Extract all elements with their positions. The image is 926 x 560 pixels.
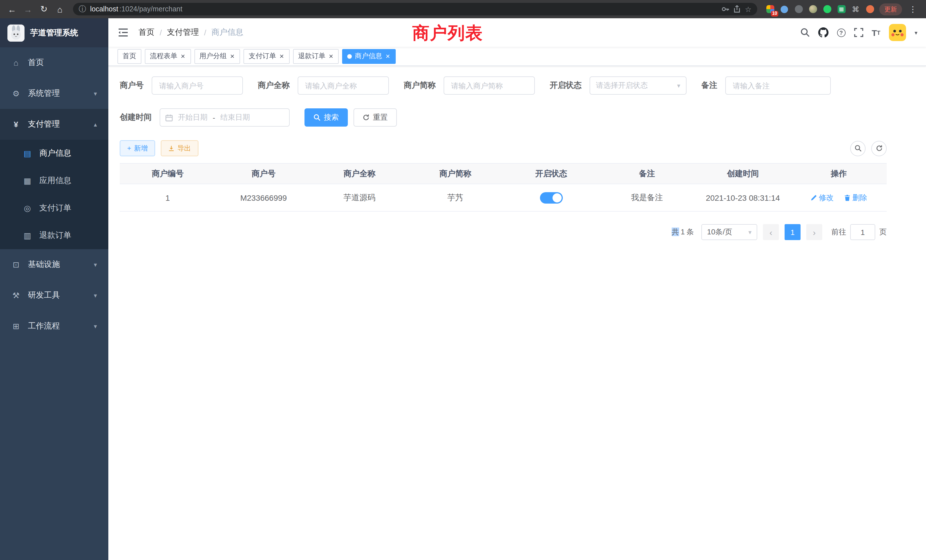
sidebar-item-home[interactable]: ⌂ 首页 [0,47,108,78]
col-create-time: 创建时间 [695,163,791,184]
merchant-no-input[interactable] [152,76,243,95]
next-page-button[interactable]: › [806,224,822,240]
browser-forward-icon[interactable]: → [21,2,35,17]
font-size-icon[interactable]: TT [872,28,881,37]
tab-label: 流程表单 [150,51,177,61]
extension-green-circle-icon[interactable] [822,4,832,14]
total-count: 1 [681,227,685,236]
sidebar-item-devtools[interactable]: ⚒ 研发工具 ▾ [0,280,108,311]
export-button[interactable]: 导出 [161,140,198,156]
address-bar[interactable]: ⓘ localhost:1024/pay/merchant ☆ [73,3,757,15]
breadcrumb-home[interactable]: 首页 [139,27,154,38]
site-info-icon[interactable]: ⓘ [79,4,86,14]
sidebar-item-system[interactable]: ⚙ 系统管理 ▾ [0,78,108,109]
sidebar-item-label: 研发工具 [28,290,60,301]
tab-user-group[interactable]: 用户分组 × [194,49,240,64]
page-size-select[interactable]: 10条/页 ▾ [701,224,757,240]
bookmark-star-icon[interactable]: ☆ [745,5,752,14]
sidebar-item-workflow[interactable]: ⊞ 工作流程 ▾ [0,311,108,342]
status-select[interactable]: 请选择开启状态 ▾ [590,76,687,95]
breadcrumb-separator: / [160,28,162,37]
date-range-picker[interactable]: 开始日期 - 结束日期 [160,108,290,127]
navbar-actions: ? TT ▾ [800,24,917,41]
edit-link[interactable]: 修改 [810,192,834,203]
avatar-dropdown-icon[interactable]: ▾ [915,29,917,36]
tab-home[interactable]: 首页 [118,49,141,64]
breadcrumb: 首页 / 支付管理 / 商户信息 [139,27,244,38]
hamburger-icon[interactable] [117,26,129,39]
tab-pay-order[interactable]: 支付订单 × [244,49,289,64]
extension-colorful-icon[interactable]: 10 [765,4,775,14]
extension-knot-icon[interactable]: ⌘ [851,4,861,14]
delete-link[interactable]: 删除 [844,192,867,203]
browser-refresh-icon[interactable]: ↻ [36,2,51,17]
cell-merchant-no: M233666999 [216,184,311,211]
sidebar-item-app-info[interactable]: ▦ 应用信息 [0,167,108,194]
extension-orange-icon[interactable] [865,4,875,14]
browser-chrome: ← → ↻ ⌂ ⓘ localhost:1024/pay/merchant ☆ … [0,0,926,18]
total-unit: 条 [687,227,694,236]
sidebar-item-pay-order[interactable]: ◎ 支付订单 [0,194,108,222]
chevron-down-icon: ▾ [748,229,752,236]
fullscreen-icon[interactable] [854,28,863,37]
password-key-icon[interactable] [722,5,729,13]
cell-remark: 我是备注 [599,184,695,211]
share-icon[interactable] [734,5,741,13]
filter-row-2: 创建时间 开始日期 - 结束日期 搜索 [120,108,915,127]
status-toggle[interactable] [540,192,563,203]
user-avatar[interactable] [889,24,906,41]
page-title-annotation: 商户列表 [412,22,483,45]
extension-green-square-icon[interactable]: ▦ [837,4,846,14]
sidebar-item-merchant-info[interactable]: ▤ 商户信息 [0,140,108,167]
select-placeholder: 请选择开启状态 [596,80,648,91]
goto-page-input[interactable] [850,224,875,240]
pagination-total: 共1条 [672,227,696,237]
close-icon[interactable]: × [328,53,334,60]
tab-process-form[interactable]: 流程表单 × [145,49,191,64]
browser-back-icon[interactable]: ← [5,2,20,17]
col-merchant-id: 商户编号 [120,163,216,184]
sidebar-item-payment[interactable]: ¥ 支付管理 ▴ [0,109,108,140]
active-dot [348,54,352,59]
full-name-input[interactable] [298,76,389,95]
close-icon[interactable]: × [279,53,284,60]
date-separator: - [213,113,215,122]
github-icon[interactable] [818,27,828,38]
add-button[interactable]: + 新增 [120,140,155,156]
grid-icon: ▦ [837,5,845,13]
filter-status: 开启状态 请选择开启状态 ▾ [550,76,687,95]
browser-menu-icon[interactable]: ⋮ [906,5,919,14]
short-name-input[interactable] [443,76,535,95]
extension-dark-icon[interactable] [794,4,803,14]
cell-create-time: 2021-10-23 08:31:14 [695,184,791,211]
browser-update-button[interactable]: 更新 [879,3,902,15]
close-icon[interactable]: × [180,53,186,60]
sidebar-item-infrastructure[interactable]: ⊡ 基础设施 ▾ [0,249,108,280]
field-label: 商户全称 [258,80,290,91]
close-icon[interactable]: × [385,53,390,60]
prev-page-button[interactable]: ‹ [763,224,779,240]
help-icon[interactable]: ? [837,28,845,37]
search-icon[interactable] [800,28,809,37]
reset-button[interactable]: 重置 [354,108,397,127]
sidebar-item-refund-order[interactable]: ▥ 退款订单 [0,222,108,249]
tab-refund-order[interactable]: 退款订单 × [293,49,339,64]
toggle-search-icon[interactable] [850,141,865,156]
close-icon[interactable]: × [230,53,235,60]
browser-home-icon[interactable]: ⌂ [53,2,67,17]
extension-drop-icon[interactable] [779,4,789,14]
devtools-icon: ⚒ [11,291,21,300]
extension-avatar-icon[interactable] [808,4,818,14]
field-label: 商户号 [120,80,144,91]
page-number-1[interactable]: 1 [785,224,800,240]
app-logo[interactable]: 芋道管理系统 [0,18,108,47]
refresh-table-icon[interactable] [871,141,887,156]
page-content: 商户号 商户全称 商户简称 开启状态 请选择开启状态 [108,66,926,560]
remark-input[interactable] [725,76,831,95]
chevron-down-icon: ▾ [94,322,97,330]
breadcrumb-payment[interactable]: 支付管理 [167,27,199,38]
tab-merchant-info[interactable]: 商户信息 × [342,49,396,64]
search-button[interactable]: 搜索 [304,108,348,127]
trash-icon [844,194,851,201]
cell-full-name: 芋道源码 [312,184,407,211]
